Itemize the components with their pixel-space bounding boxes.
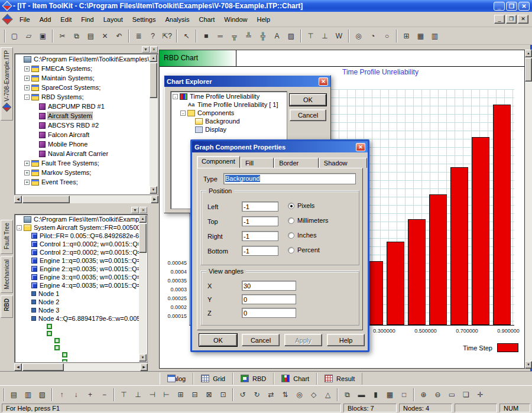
tree-item[interactable] (15, 358, 139, 362)
rotate-left-button[interactable]: ↺ (236, 388, 249, 401)
left-field[interactable]: -1 (242, 201, 278, 212)
expander-icon[interactable]: + (24, 161, 30, 166)
scroll-up-button[interactable]: ▲ (150, 54, 157, 62)
tab-fill-style[interactable]: Fill Style (241, 158, 274, 168)
menu-edit[interactable]: Edit (56, 14, 76, 25)
table-view-button[interactable]: ▥ (428, 30, 442, 43)
align-bottom-button[interactable]: ⊥ (318, 30, 332, 43)
radio-pixels[interactable]: Pixels (288, 202, 314, 209)
scroll-down-button[interactable]: ▼ (139, 354, 147, 362)
document-icon[interactable] (2, 14, 12, 24)
tree-item[interactable]: Node 3 (15, 306, 139, 314)
panel-close-button[interactable]: ✕ (140, 207, 147, 213)
image-tool[interactable]: ▨ (284, 30, 298, 43)
tree-item[interactable] (15, 337, 139, 344)
menu-analysis[interactable]: Analysis (160, 14, 194, 25)
panel-close-button[interactable]: ✕ (150, 46, 158, 53)
cascade-windows-button[interactable]: ⧉ (340, 388, 354, 401)
scroll-down-button[interactable]: ▼ (525, 361, 532, 369)
fit-page-button[interactable]: ▭ (445, 388, 459, 401)
close-icon[interactable]: ✕ (319, 77, 328, 86)
menu-layout[interactable]: Layout (99, 14, 128, 25)
expander-icon[interactable]: - (17, 225, 22, 230)
tree-item[interactable]: Engine 3::q=0.0035; w=0.0015::Q=0 (15, 273, 139, 281)
mdi-restore-button[interactable]: ❐ (506, 15, 517, 24)
scroll-thumb[interactable] (22, 196, 70, 203)
tree-item[interactable]: Mobile Phone (15, 139, 150, 149)
tree-item[interactable]: + FMECA Systems; (15, 64, 150, 73)
tree-item[interactable]: + SpareCost Systems; (15, 83, 150, 92)
view-tab-mechanical[interactable]: Mechanical (1, 256, 13, 293)
connector-tool[interactable]: ═ (213, 30, 227, 43)
mdi-close-button[interactable]: ✕ (518, 15, 528, 24)
copy-button[interactable]: ⧉ (70, 30, 83, 43)
help-button[interactable]: Help (327, 334, 365, 346)
view-tab-result[interactable]: Result (317, 373, 362, 385)
toolbar-separator[interactable] (50, 388, 54, 401)
insert-row-above-button[interactable]: ⊤ (117, 388, 131, 401)
view-tab-chart[interactable]: Chart (274, 373, 317, 385)
insert-col-left-button[interactable]: ⊣ (145, 388, 159, 401)
expander-icon[interactable]: - (173, 94, 178, 99)
tree-item[interactable]: - Time Profile Unreliability (171, 92, 286, 100)
tree-item[interactable]: + Event Trees; (15, 177, 150, 187)
flip-horizontal-button[interactable]: ⇄ (264, 388, 278, 401)
toolbar-separator[interactable] (335, 388, 340, 401)
tree-item[interactable] (15, 323, 139, 330)
tree-item[interactable]: ABCPUMP RBD #1 (15, 102, 150, 111)
context-help-button[interactable]: ⇱? (160, 30, 174, 43)
toolbar-separator[interactable] (394, 30, 399, 43)
collapse-all-button[interactable]: − (98, 388, 111, 401)
split-cells-button[interactable]: ⊟ (188, 388, 202, 401)
tree-item[interactable]: + Markov Systems; (15, 168, 150, 177)
scroll-right-button[interactable]: ▶ (151, 196, 158, 203)
y-angle-field[interactable]: 0 (242, 294, 296, 304)
cut-button[interactable]: ✂ (56, 30, 69, 43)
profile-chart-button[interactable]: ▧ (35, 388, 49, 401)
pan-button[interactable]: ✛ (473, 388, 487, 401)
tree-item[interactable]: Display (171, 125, 286, 134)
insert-col-right-button[interactable]: ⊢ (160, 388, 173, 401)
block-tool[interactable]: ■ (199, 30, 213, 43)
tree-item[interactable]: C:\Program Files\Item\Toolkit\Examples\V… (15, 215, 139, 223)
tree-item[interactable]: Control 1::q=0.0002; w=0.0015::Q=0 (15, 240, 139, 248)
apply-button[interactable]: Apply (284, 334, 322, 346)
project-tab[interactable]: V-708-Example.ITP (1, 47, 13, 121)
tree-item[interactable]: Pilot::FR= 0.005::Q=6.8492682e-6::w (15, 232, 139, 240)
menu-add[interactable]: Add (35, 14, 56, 25)
toolbar-separator[interactable] (231, 388, 235, 401)
tree-item[interactable] (15, 351, 139, 358)
scroll-thumb[interactable] (150, 63, 157, 98)
view-tab-grid[interactable]: Grid (193, 373, 233, 385)
toolbar-separator[interactable] (50, 30, 55, 43)
ellipse-tool[interactable]: ○ (380, 30, 394, 43)
delete-col-button[interactable]: ⊡ (216, 388, 230, 401)
ok-button[interactable]: OK (290, 94, 326, 106)
tree-item[interactable]: Engine 2::q=0.0035; w=0.0015::Q=0 (15, 265, 139, 273)
toolbar-separator[interactable] (194, 30, 199, 43)
horizontal-scrollbar[interactable]: ◀ ▶ (14, 196, 158, 203)
zoom-in-button[interactable]: ⊕ (417, 388, 430, 401)
save-button[interactable]: ▣ (36, 30, 50, 43)
expander-icon[interactable]: + (24, 180, 30, 185)
flip-vertical-button[interactable]: ⇅ (278, 388, 292, 401)
paste-button[interactable]: ▤ (84, 30, 98, 43)
rotate-right-button[interactable]: ↻ (250, 388, 264, 401)
scroll-thumb[interactable] (139, 223, 147, 253)
node-tool[interactable]: ╬ (256, 30, 270, 43)
cancel-button[interactable]: Cancel (290, 109, 326, 121)
scroll-left-button[interactable]: ◀ (14, 196, 22, 203)
tile-vertical-button[interactable]: ▮ (369, 388, 382, 401)
radio-percent[interactable]: Percent (288, 246, 320, 253)
toolbar-separator[interactable] (126, 30, 131, 43)
menu-chart[interactable]: Chart (194, 14, 219, 25)
print-button[interactable]: ≣ (132, 30, 145, 43)
menu-settings[interactable]: Settings (128, 14, 161, 25)
tree-item[interactable] (15, 344, 139, 351)
print-preview-button[interactable]: ❏ (459, 388, 473, 401)
pie-chart-tool[interactable]: ◔ (366, 30, 379, 43)
tree-item[interactable]: Background (171, 117, 286, 125)
tab-component[interactable]: Component (197, 156, 240, 168)
arrange-icons-button[interactable]: ▦ (383, 388, 397, 401)
delete-button[interactable]: ✕ (98, 30, 112, 43)
